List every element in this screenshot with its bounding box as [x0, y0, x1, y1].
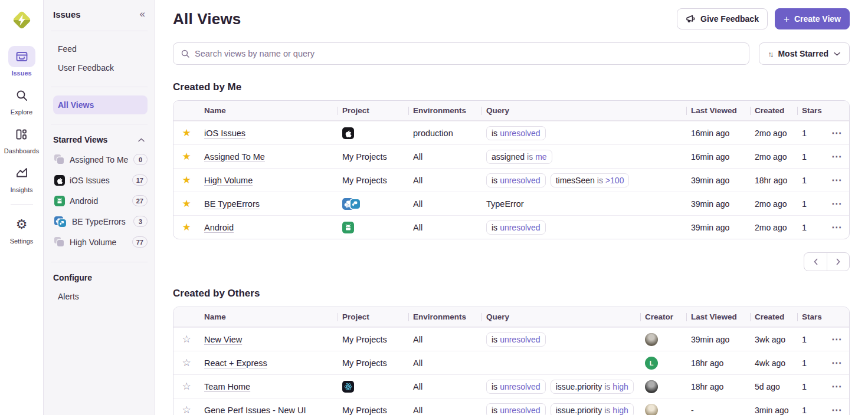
sidebar-title: Issues: [53, 9, 81, 19]
query-token: isunresolved: [486, 403, 546, 415]
android-project-icon: [54, 196, 65, 206]
stars-count: 1: [797, 223, 827, 232]
rail-item-explore[interactable]: Explore: [8, 85, 35, 116]
row-menu-button[interactable]: ⋯: [831, 127, 842, 139]
starred-view-high-volume[interactable]: High Volume 77: [53, 232, 148, 252]
row-menu-button[interactable]: ⋯: [831, 222, 842, 233]
table-row: ☆ Team Home All: [173, 374, 849, 398]
sentry-logo[interactable]: [9, 7, 35, 33]
row-menu-button[interactable]: ⋯: [831, 357, 842, 368]
star-icon[interactable]: ★: [182, 222, 191, 232]
create-view-button[interactable]: + Create View: [775, 8, 850, 29]
count-badge: 17: [132, 174, 148, 186]
row-menu-button[interactable]: ⋯: [831, 174, 842, 186]
chevron-left-icon: [813, 258, 819, 266]
react-project-icon: [342, 381, 354, 393]
starred-views-section-toggle[interactable]: Starred Views: [53, 128, 148, 149]
table-header: Name Project Environments Query Creator …: [173, 307, 849, 327]
previous-page-button[interactable]: [804, 253, 827, 271]
stars-count: 1: [797, 129, 827, 138]
rail-item-issues[interactable]: Issues: [8, 46, 35, 77]
rail-label-dashboards: Dashboards: [4, 147, 39, 154]
android-project-icon: [342, 222, 354, 233]
sort-arrows-icon: ↑↓: [768, 50, 773, 58]
table-row: ★ Android All isunresolved: [173, 215, 849, 239]
python-project-icon: [351, 199, 360, 209]
rail-item-dashboards[interactable]: Dashboards: [4, 124, 39, 154]
divider: [51, 87, 148, 87]
chevron-down-icon: [833, 51, 841, 57]
sidebar-item-alerts[interactable]: Alerts: [53, 287, 148, 306]
created-by-me-table: Name Project Environments Query Last Vie…: [173, 100, 850, 239]
starred-view-be-typeerrors[interactable]: BE TypeErrors 3: [53, 211, 148, 232]
starred-view-assigned-to-me[interactable]: Assigned To Me 0: [53, 149, 148, 170]
divider: [51, 262, 148, 262]
table-header: Name Project Environments Query Last Vie…: [173, 101, 849, 121]
stars-count: 1: [797, 406, 827, 415]
star-outline-icon[interactable]: ☆: [182, 334, 191, 344]
created-at: 2mo ago: [755, 129, 787, 139]
search-input[interactable]: [195, 49, 742, 58]
count-badge: 3: [133, 216, 148, 227]
sidebar-item-all-views[interactable]: All Views: [53, 95, 148, 114]
row-menu-button[interactable]: ⋯: [831, 404, 842, 415]
view-name-link[interactable]: Gene Perf Issues - New UI: [204, 406, 306, 415]
next-page-button[interactable]: [827, 253, 849, 271]
collapse-sidebar-icon[interactable]: «: [140, 8, 148, 20]
row-menu-button[interactable]: ⋯: [831, 151, 842, 162]
created-at: 18hr ago: [755, 176, 787, 186]
view-name-link[interactable]: Android: [204, 223, 234, 232]
give-feedback-button[interactable]: Give Feedback: [677, 8, 768, 29]
view-name-link[interactable]: BE TypeErrors: [204, 199, 260, 209]
table-row: ★ iOS Issues production isunresolved: [173, 121, 849, 144]
view-name-link[interactable]: iOS Issues: [204, 129, 245, 138]
table-row: ☆ Gene Perf Issues - New UI My Projects …: [173, 398, 849, 415]
last-viewed: 39min ago: [691, 176, 729, 186]
query-token: assignedisme: [486, 150, 552, 164]
star-icon[interactable]: ★: [182, 199, 191, 209]
projects-stack-icon: [54, 154, 65, 165]
query-token: timesSeenis>100: [551, 173, 630, 187]
starred-views-label: Starred Views: [53, 135, 107, 144]
star-outline-icon[interactable]: ☆: [182, 405, 191, 415]
created-by-me-heading: Created by Me: [173, 81, 850, 93]
view-name-link[interactable]: New View: [204, 335, 242, 344]
view-name-link[interactable]: Team Home: [204, 382, 250, 391]
issues-icon: [15, 50, 29, 64]
last-viewed: 39min ago: [691, 199, 729, 209]
apple-project-icon: [342, 127, 354, 139]
last-viewed: 16min ago: [691, 129, 729, 139]
main-content: All Views Give Feedback + Create View: [155, 0, 868, 415]
sort-dropdown[interactable]: ↑↓ Most Starred: [759, 42, 850, 65]
last-viewed: -: [691, 406, 694, 415]
rail-item-insights[interactable]: Insights: [8, 163, 35, 193]
dashboards-icon: [14, 127, 28, 141]
row-menu-button[interactable]: ⋯: [831, 381, 842, 392]
starred-view-ios-issues[interactable]: iOS Issues 17: [53, 170, 148, 190]
created-at: 2mo ago: [755, 152, 787, 162]
star-icon[interactable]: ★: [182, 175, 191, 185]
star-icon[interactable]: ★: [182, 151, 191, 162]
starred-view-android[interactable]: Android 27: [53, 190, 148, 211]
view-name-link[interactable]: React + Express: [204, 358, 267, 368]
view-name-link[interactable]: High Volume: [204, 176, 253, 185]
view-name-link[interactable]: Assigned To Me: [204, 152, 265, 162]
configure-label: Configure: [53, 273, 92, 282]
query-token: isunresolved: [486, 220, 546, 235]
app: Issues Explore Dashboards: [0, 0, 868, 415]
query-token: isunresolved: [486, 126, 546, 140]
row-menu-button[interactable]: ⋯: [831, 334, 842, 345]
sidebar-item-user-feedback[interactable]: User Feedback: [53, 58, 148, 77]
stars-count: 1: [797, 176, 827, 185]
star-outline-icon[interactable]: ☆: [182, 358, 191, 368]
rail-item-settings[interactable]: ⚙ Settings: [8, 214, 35, 245]
sidebar-item-feed[interactable]: Feed: [53, 39, 148, 58]
star-outline-icon[interactable]: ☆: [182, 381, 191, 391]
pagination: [804, 252, 850, 271]
chevron-right-icon: [835, 258, 841, 266]
created-by-others-table: Name Project Environments Query Creator …: [173, 307, 850, 415]
logo-icon: [10, 8, 34, 32]
star-icon[interactable]: ★: [182, 128, 191, 138]
rail-label-settings: Settings: [10, 238, 34, 245]
row-menu-button[interactable]: ⋯: [831, 198, 842, 209]
